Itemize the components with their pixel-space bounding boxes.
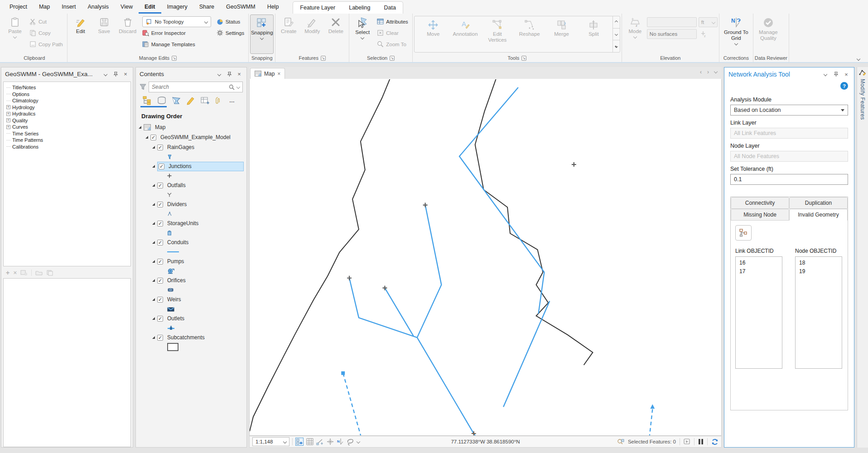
tree-item-climatology[interactable]: Climatology xyxy=(6,97,130,104)
labeling-tab-icon[interactable] xyxy=(200,96,210,105)
status-button[interactable]: Status xyxy=(214,16,247,27)
editing-tab-icon[interactable] xyxy=(186,96,196,105)
expand-arrow[interactable] xyxy=(152,165,155,168)
select-button[interactable]: Select xyxy=(351,14,374,54)
manage-quality-button[interactable]: Manage Quality xyxy=(755,14,782,54)
geoswmm-item-list[interactable] xyxy=(3,278,131,447)
tree-item-hydrology[interactable]: +Hydrology xyxy=(6,104,130,111)
check-geometry-button[interactable] xyxy=(735,225,752,241)
link-objectid-list[interactable]: 16 17 xyxy=(735,256,782,369)
layer-model[interactable]: ✓ GeoSWMM_Example_Model xyxy=(139,132,246,142)
ribbon-collapse-chevron[interactable] xyxy=(857,57,860,61)
expand-arrow[interactable] xyxy=(152,279,155,282)
network-menu-chevron[interactable] xyxy=(822,71,829,78)
layer-checkbox[interactable]: ✓ xyxy=(157,240,163,246)
surfaces-input[interactable] xyxy=(647,29,697,39)
select-tool-icon[interactable] xyxy=(684,439,690,445)
map-tab-close-icon[interactable]: × xyxy=(277,71,280,77)
list-item[interactable]: 18 xyxy=(799,259,838,267)
layer-junctions[interactable]: ✓ Junctions xyxy=(139,161,246,171)
attributes-button[interactable]: Attributes xyxy=(374,16,411,27)
menu-view[interactable]: View xyxy=(115,0,139,14)
geoswmm-panel-close-icon[interactable]: × xyxy=(122,71,129,78)
expand-arrow[interactable] xyxy=(152,317,155,320)
tab-duplication[interactable]: Duplication xyxy=(789,197,848,209)
ground-to-grid-button[interactable]: N Ground To Grid xyxy=(721,14,752,54)
error-inspector-button[interactable]: Error Inspector xyxy=(140,27,214,39)
delete-button[interactable]: Delete xyxy=(324,14,347,54)
discard-button[interactable]: Discard xyxy=(116,14,140,54)
layer-checkbox[interactable]: ✓ xyxy=(157,335,163,341)
tolerance-input[interactable] xyxy=(730,174,848,185)
tree-item-calibrations[interactable]: Calibrations xyxy=(6,144,130,150)
network-pin-icon[interactable] xyxy=(832,71,839,78)
open-item-icon[interactable] xyxy=(35,270,43,276)
more-tabs-icon[interactable]: … xyxy=(229,97,235,104)
menu-edit[interactable]: Edit xyxy=(139,0,161,14)
menu-map[interactable]: Map xyxy=(33,0,56,14)
layer-checkbox[interactable]: ✓ xyxy=(157,316,163,322)
list-item[interactable]: 19 xyxy=(799,267,838,276)
expand-arrow[interactable] xyxy=(152,336,155,339)
mode-dropdown-chevron[interactable] xyxy=(633,35,637,39)
filter-funnel-icon[interactable] xyxy=(140,84,146,90)
move-button[interactable]: Move xyxy=(421,17,445,51)
list-item[interactable]: 17 xyxy=(739,267,778,276)
layer-checkbox[interactable]: ✓ xyxy=(157,259,163,265)
menu-imagery[interactable]: Imagery xyxy=(161,0,193,14)
layer-checkbox[interactable]: ✓ xyxy=(157,278,163,284)
edit-vertices-button[interactable]: Edit Vertices xyxy=(486,17,509,51)
menu-project[interactable]: Project xyxy=(4,0,33,14)
layers-item-icon[interactable] xyxy=(46,270,53,276)
layer-storageunits[interactable]: ✓ StorageUnits xyxy=(139,218,246,228)
tab-invalid-geometry[interactable]: Invalid Geometry xyxy=(789,209,848,221)
layer-conduits[interactable]: ✓ Conduits xyxy=(139,237,246,247)
expand-arrow[interactable] xyxy=(152,222,155,225)
layer-checkbox[interactable]: ✓ xyxy=(157,202,163,207)
mode-button[interactable]: z Mode xyxy=(623,14,647,54)
tools-launcher[interactable]: ↘ xyxy=(521,56,526,61)
expand-plus-icon[interactable]: + xyxy=(6,105,10,109)
tree-item-options[interactable]: Options xyxy=(6,91,130,98)
tree-item-curves[interactable]: +Curves xyxy=(6,124,130,130)
modify-features-tab[interactable]: Modify Features xyxy=(859,79,866,120)
search-input[interactable] xyxy=(152,84,227,90)
expand-arrow[interactable] xyxy=(152,203,155,206)
reshape-button[interactable]: Reshape xyxy=(518,17,541,51)
menu-help[interactable]: Help xyxy=(261,0,285,14)
north-icon[interactable]: N xyxy=(337,438,344,445)
layer-orifices[interactable]: ✓ Orifices xyxy=(139,275,246,285)
refresh-icon[interactable] xyxy=(711,439,719,445)
snapping-toggle-icon[interactable] xyxy=(295,438,304,446)
layer-map[interactable]: Map xyxy=(139,122,246,132)
expand-arrow[interactable] xyxy=(152,241,155,244)
tab-data[interactable]: Data xyxy=(377,2,402,14)
search-options-chevron[interactable] xyxy=(236,85,240,89)
paste-button[interactable]: Paste xyxy=(3,14,27,54)
edit-button[interactable]: Edit xyxy=(69,14,92,54)
nav-back-icon[interactable]: ‹ xyxy=(700,69,702,75)
lasso-icon[interactable] xyxy=(347,438,354,445)
expand-plus-icon[interactable]: + xyxy=(6,125,10,129)
add-item-button[interactable]: + xyxy=(6,269,10,276)
tree-item-time-patterns[interactable]: Time Patterns xyxy=(6,137,130,144)
node-objectid-list[interactable]: 18 19 xyxy=(795,256,842,369)
menu-insert[interactable]: Insert xyxy=(56,0,82,14)
data-source-tab-icon[interactable] xyxy=(157,96,167,105)
expand-plus-icon[interactable]: + xyxy=(6,118,10,122)
save-button[interactable]: Save xyxy=(92,14,116,54)
geoswmm-panel-pin-icon[interactable] xyxy=(112,71,119,78)
tab-labeling[interactable]: Labeling xyxy=(342,2,377,14)
layer-checkbox[interactable]: ✓ xyxy=(157,297,163,303)
contents-pin-icon[interactable] xyxy=(226,71,233,78)
create-button[interactable]: Create xyxy=(277,14,300,54)
contents-menu-chevron[interactable] xyxy=(216,71,223,78)
list-item[interactable]: 16 xyxy=(739,259,778,267)
features-launcher[interactable]: ↘ xyxy=(321,56,326,61)
manage-templates-button[interactable]: Manage Templates xyxy=(140,39,214,50)
elevation-value-input[interactable] xyxy=(647,17,697,27)
layer-checkbox[interactable]: ✓ xyxy=(159,164,164,169)
layer-dividers[interactable]: ✓ Dividers xyxy=(139,199,246,209)
nav-menu-chevron[interactable] xyxy=(714,70,718,73)
constraints-icon[interactable] xyxy=(316,438,324,445)
